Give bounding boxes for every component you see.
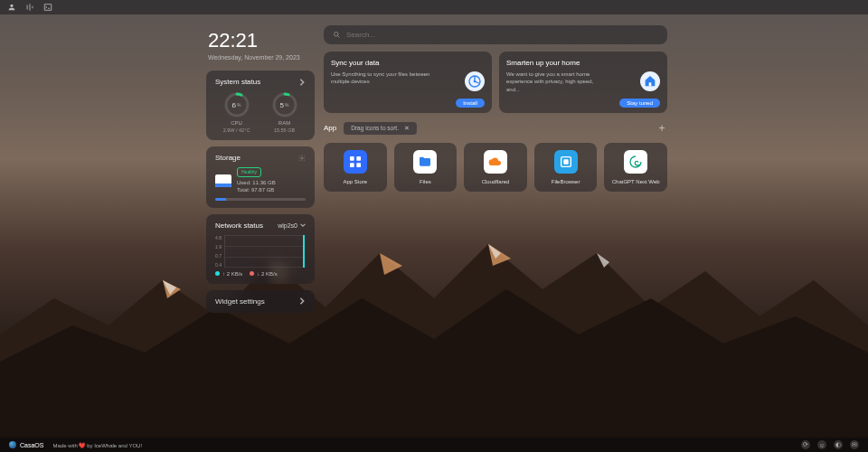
system-status-title: System status xyxy=(215,78,260,86)
app-cloudflared[interactable]: Cloudflared xyxy=(464,143,527,192)
footer-github-icon[interactable]: ◐ xyxy=(834,440,843,449)
svg-rect-10 xyxy=(356,156,361,161)
clock-widget: 22:21 Wednesday, November 29, 2023 xyxy=(206,25,315,64)
svg-rect-14 xyxy=(563,159,568,164)
settings-icon[interactable] xyxy=(25,0,34,15)
footer-discord-icon[interactable]: ✉ xyxy=(850,440,859,449)
promo-desc: We want to give you a smart home experie… xyxy=(506,71,606,93)
drive-icon xyxy=(215,174,231,187)
svg-rect-11 xyxy=(350,163,354,167)
app-section-title: App xyxy=(324,124,336,132)
storage-card: Storage Healthy Used: 11.36 GB Total: 97… xyxy=(206,146,315,208)
widget-settings-button[interactable]: Widget settings xyxy=(206,290,315,313)
storage-title: Storage xyxy=(215,154,241,162)
svg-rect-8 xyxy=(649,82,652,86)
system-status-card: System status 6% CPU 2.9W / 42°C 5% RAM … xyxy=(206,71,315,140)
clock-date: Wednesday, November 29, 2023 xyxy=(208,54,313,61)
app-name: App Store xyxy=(343,179,367,184)
network-axis: 4.81.90.70.4 xyxy=(215,235,222,268)
storage-badge: Healthy xyxy=(237,167,261,177)
footer-credit: Made with ❤️ by IceWhale and YOU! xyxy=(52,442,142,448)
network-title: Network status xyxy=(215,221,263,230)
ram-gauge: 5% RAM 15.55 GB xyxy=(271,91,298,133)
search-icon xyxy=(333,31,341,39)
svg-rect-9 xyxy=(350,156,354,161)
app-chatgpt-next-web[interactable]: ChatGPT Next Web xyxy=(604,143,667,192)
app-files[interactable]: Files xyxy=(394,143,458,192)
user-icon[interactable] xyxy=(7,0,16,15)
terminal-icon[interactable] xyxy=(43,0,52,15)
network-card: Network status wlp2s0 4.81.90.70.4 ↑ 2 K… xyxy=(206,214,315,284)
drag-hint: Drag icons to sort.✕ xyxy=(344,122,417,135)
app-icon xyxy=(413,150,437,174)
app-icon xyxy=(624,150,647,174)
app-name: Files xyxy=(420,179,431,184)
svg-rect-12 xyxy=(356,163,361,167)
search-bar[interactable] xyxy=(324,25,667,44)
add-app-button[interactable]: ＋ xyxy=(656,120,667,136)
app-filebrowser[interactable]: FileBrowser xyxy=(534,143,598,192)
storage-progress xyxy=(215,198,306,201)
footer-sync-icon[interactable]: ⟳ xyxy=(801,440,810,449)
promo-button[interactable]: Stay tuned xyxy=(619,99,660,108)
footer-feedback-icon[interactable]: ☺ xyxy=(817,440,826,449)
app-icon xyxy=(344,150,367,174)
app-app-store[interactable]: App Store xyxy=(324,143,387,192)
svg-point-4 xyxy=(301,157,303,159)
gear-icon[interactable] xyxy=(298,155,306,162)
network-interface-select[interactable]: wlp2s0 xyxy=(278,222,306,229)
chevron-right-icon[interactable] xyxy=(298,79,306,86)
svg-point-7 xyxy=(474,80,476,83)
app-name: ChatGPT Next Web xyxy=(612,179,660,184)
chevron-right-icon xyxy=(298,297,306,305)
clock-time: 22:21 xyxy=(208,29,313,52)
brand-logo[interactable]: CasaOS xyxy=(9,441,43,448)
search-input[interactable] xyxy=(346,31,658,39)
app-name: Cloudflared xyxy=(482,179,510,184)
promo-button[interactable]: Install xyxy=(456,99,485,108)
network-graph xyxy=(224,235,306,268)
promo-icon xyxy=(640,71,660,91)
app-name: FileBrowser xyxy=(552,179,580,184)
svg-point-5 xyxy=(335,33,339,37)
network-legend: ↑ 2 KB/s ↓ 2 KB/s xyxy=(215,271,306,277)
promo-title: Sync your data xyxy=(331,59,485,67)
cpu-gauge: 6% CPU 2.9W / 42°C xyxy=(223,91,250,133)
promo-card-0: Sync your data Use Syncthing to sync you… xyxy=(324,52,492,113)
promo-card-1: Smarten up your home We want to give you… xyxy=(499,52,667,113)
close-icon[interactable]: ✕ xyxy=(404,125,410,132)
app-icon xyxy=(484,150,507,174)
promo-title: Smarten up your home xyxy=(506,59,660,67)
promo-icon xyxy=(465,71,485,91)
app-icon xyxy=(554,150,578,174)
promo-desc: Use Syncthing to sync your files between… xyxy=(331,71,430,86)
